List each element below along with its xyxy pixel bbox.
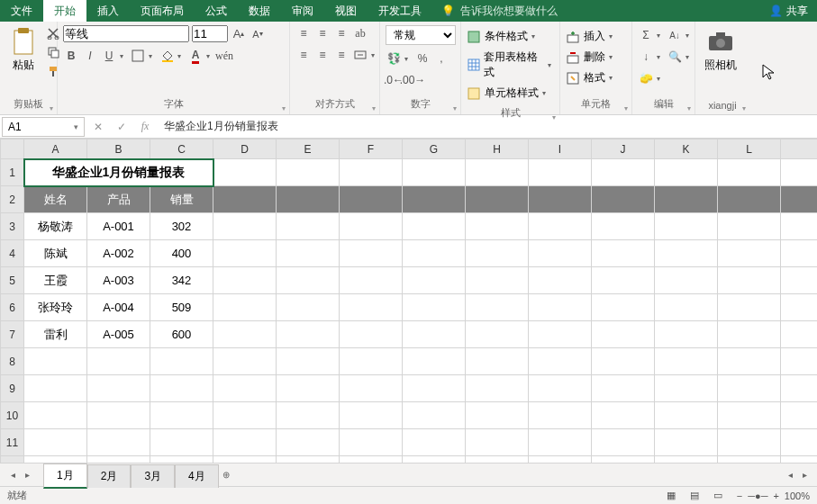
row-header[interactable]: 11 (1, 429, 24, 456)
cell[interactable] (655, 159, 718, 186)
cell[interactable] (150, 348, 213, 375)
row-header[interactable]: 4 (1, 240, 24, 267)
bold-button[interactable]: B (63, 48, 79, 64)
cell[interactable] (781, 375, 818, 402)
cell[interactable] (150, 375, 213, 402)
format-button[interactable]: 格式▾ (566, 68, 616, 87)
cell[interactable] (403, 159, 466, 186)
wrap-text-button[interactable]: ab (352, 25, 368, 41)
cell[interactable] (403, 375, 466, 402)
cell[interactable]: 姓名 (24, 186, 87, 213)
row-header[interactable]: 6 (1, 294, 24, 321)
cell[interactable] (781, 348, 818, 375)
cell[interactable] (277, 321, 340, 348)
cell[interactable] (529, 294, 592, 321)
cell[interactable] (213, 456, 277, 464)
cell[interactable] (529, 240, 592, 267)
row-header[interactable]: 9 (1, 375, 24, 402)
cell[interactable] (781, 402, 818, 429)
cell[interactable] (213, 267, 277, 294)
new-sheet-button[interactable]: ⊕ (219, 470, 233, 480)
col-header[interactable]: A (24, 140, 87, 159)
cell[interactable] (781, 159, 818, 186)
cell[interactable] (87, 348, 150, 375)
row-header[interactable]: 10 (1, 402, 24, 429)
tab-layout[interactable]: 页面布局 (130, 0, 195, 22)
cell[interactable] (277, 348, 340, 375)
cell[interactable] (718, 240, 781, 267)
cell[interactable]: 陈斌 (24, 240, 87, 267)
cell[interactable] (340, 240, 403, 267)
tab-home[interactable]: 开始 (43, 0, 86, 22)
cell[interactable] (24, 456, 87, 464)
cell[interactable] (781, 213, 818, 240)
cell[interactable] (403, 321, 466, 348)
paste-button[interactable]: 粘贴 (5, 25, 41, 75)
cell[interactable]: 张玲玲 (24, 294, 87, 321)
cell[interactable] (277, 213, 340, 240)
cancel-formula-button[interactable]: ✕ (86, 121, 110, 133)
cell[interactable] (403, 348, 466, 375)
cell[interactable] (466, 456, 529, 464)
zoom-level[interactable]: 100% (785, 490, 810, 501)
cell[interactable] (466, 375, 529, 402)
merge-button[interactable] (352, 47, 368, 63)
underline-button[interactable]: U (101, 48, 117, 64)
col-header[interactable]: B (87, 140, 150, 159)
cell[interactable]: 王霞 (24, 267, 87, 294)
cell[interactable] (466, 402, 529, 429)
cell[interactable]: 华盛企业1月份销量报表 (24, 159, 213, 186)
view-break-button[interactable]: ▭ (706, 490, 730, 501)
cell[interactable] (213, 375, 277, 402)
cell[interactable]: 342 (150, 267, 213, 294)
cell[interactable] (87, 402, 150, 429)
sheet-nav-first[interactable]: ◂ (5, 470, 20, 480)
cell[interactable] (718, 402, 781, 429)
font-size-select[interactable] (192, 25, 228, 42)
cell[interactable] (718, 267, 781, 294)
cell[interactable] (592, 159, 655, 186)
cell[interactable]: A-004 (87, 294, 150, 321)
tab-data[interactable]: 数据 (238, 0, 281, 22)
cell[interactable] (592, 456, 655, 464)
decrease-decimal-button[interactable]: .00→ (404, 72, 421, 88)
italic-button[interactable]: I (82, 48, 98, 64)
delete-button[interactable]: 删除▾ (566, 48, 616, 67)
hscroll-left[interactable]: ◂ (783, 470, 797, 480)
cell[interactable] (592, 402, 655, 429)
align-center-button[interactable]: ≡ (314, 47, 331, 63)
col-header[interactable]: D (213, 140, 277, 159)
cell[interactable] (781, 456, 818, 464)
number-format-select[interactable]: 常规 (386, 25, 456, 45)
cell[interactable] (24, 375, 87, 402)
cell[interactable] (87, 375, 150, 402)
cell[interactable] (24, 429, 87, 456)
cell[interactable] (655, 294, 718, 321)
cell[interactable] (781, 294, 818, 321)
cell[interactable] (529, 267, 592, 294)
cell[interactable] (340, 213, 403, 240)
cell-style-button[interactable]: 单元格样式▾ (467, 84, 549, 103)
cell[interactable] (403, 240, 466, 267)
align-bottom-button[interactable]: ≡ (333, 25, 349, 41)
cell[interactable] (655, 348, 718, 375)
cell[interactable] (718, 213, 781, 240)
percent-button[interactable]: % (414, 50, 431, 67)
fill-button[interactable]: ↓ (638, 49, 654, 65)
cell[interactable] (781, 267, 818, 294)
cell[interactable] (466, 267, 529, 294)
cell[interactable] (466, 294, 529, 321)
sheet-tab[interactable]: 4月 (175, 464, 219, 488)
cell[interactable] (781, 240, 818, 267)
cell[interactable] (277, 240, 340, 267)
cell[interactable] (466, 186, 529, 213)
cell[interactable]: 302 (150, 213, 213, 240)
cell[interactable] (592, 348, 655, 375)
share-button[interactable]: 👤 共享 (760, 0, 817, 22)
cell[interactable]: 雷利 (24, 321, 87, 348)
cell[interactable] (466, 321, 529, 348)
sort-button[interactable]: A↓ (667, 27, 683, 43)
cell[interactable] (403, 456, 466, 464)
row-header[interactable]: 7 (1, 321, 24, 348)
cell[interactable] (213, 294, 277, 321)
